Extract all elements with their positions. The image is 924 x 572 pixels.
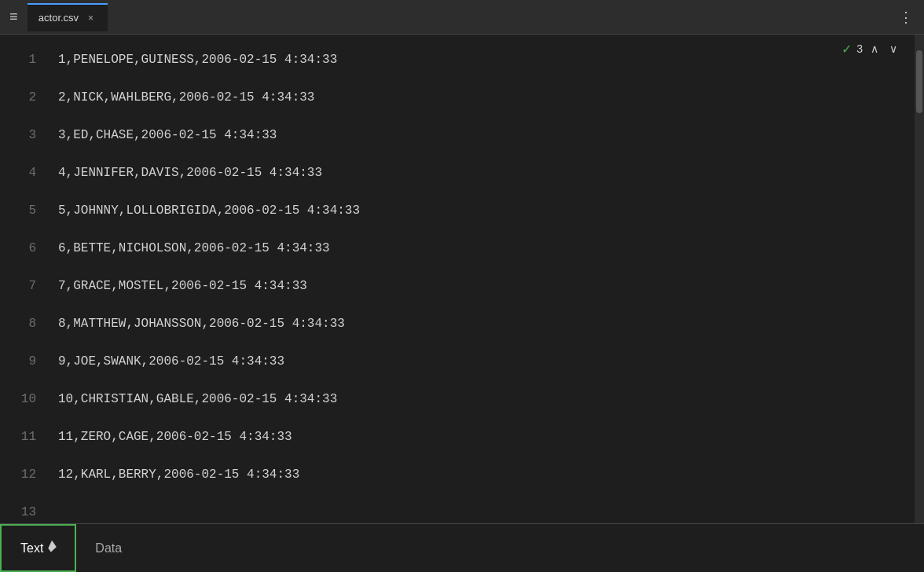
line-numbers: 12345678910111213 (0, 35, 47, 523)
line-number: 1 (0, 41, 36, 79)
line-number: 2 (0, 79, 36, 116)
code-line: 5,JOHNNY,LOLLOBRIGIDA,2006-02-15 4:34:33 (47, 192, 915, 229)
file-tab[interactable]: actor.csv × (28, 3, 108, 31)
line-number: 13 (0, 493, 36, 523)
scrollbar[interactable] (915, 35, 924, 523)
tab-area: actor.csv × (28, 3, 899, 31)
line-number: 5 (0, 192, 36, 229)
match-count: 3 (856, 42, 863, 55)
code-lines[interactable]: 1,PENELOPE,GUINESS,2006-02-15 4:34:332,N… (47, 35, 915, 523)
more-options-icon[interactable]: ⋮ (899, 9, 915, 26)
code-line: 1,PENELOPE,GUINESS,2006-02-15 4:34:33 (47, 41, 915, 79)
code-line: 4,JENNIFER,DAVIS,2006-02-15 4:34:33 (47, 154, 915, 192)
match-indicator: ✓ 3 ∧ ∨ (842, 41, 900, 57)
editor-area: 12345678910111213 1,PENELOPE,GUINESS,200… (0, 35, 924, 523)
code-line: 3,ED,CHASE,2006-02-15 4:34:33 (47, 116, 915, 154)
match-check-icon: ✓ (842, 42, 852, 57)
line-number: 10 (0, 380, 36, 418)
tab-close-button[interactable]: × (85, 11, 97, 25)
code-line: 12,KARL,BERRY,2006-02-15 4:34:33 (47, 456, 915, 493)
code-line: 8,MATTHEW,JOHANSSON,2006-02-15 4:34:33 (47, 305, 915, 343)
line-number: 11 (0, 418, 36, 456)
line-number: 3 (0, 116, 36, 154)
match-up-arrow[interactable]: ∧ (867, 41, 882, 57)
line-number: 6 (0, 229, 36, 267)
line-number: 8 (0, 305, 36, 343)
line-number: 9 (0, 343, 36, 380)
tab-filename: actor.csv (38, 12, 79, 24)
match-down-arrow[interactable]: ∨ (886, 41, 900, 57)
main-content: 12345678910111213 1,PENELOPE,GUINESS,200… (0, 35, 924, 523)
code-line: 6,BETTE,NICHOLSON,2006-02-15 4:34:33 (47, 229, 915, 267)
bottom-tab-text[interactable]: Text (0, 524, 76, 572)
line-number: 12 (0, 456, 36, 493)
line-number: 4 (0, 154, 36, 192)
bottom-tab-data[interactable]: Data (76, 524, 141, 572)
code-line: 10,CHRISTIAN,GABLE,2006-02-15 4:34:33 (47, 380, 915, 418)
code-line: 2,NICK,WAHLBERG,2006-02-15 4:34:33 (47, 79, 915, 116)
line-number: 7 (0, 267, 36, 305)
bottom-tabs: TextData (0, 523, 924, 572)
scrollbar-thumb[interactable] (916, 50, 922, 113)
title-bar: ≡ actor.csv × ⋮ (0, 0, 924, 35)
hamburger-icon[interactable]: ≡ (9, 9, 18, 25)
code-line: 7,GRACE,MOSTEL,2006-02-15 4:34:33 (47, 267, 915, 305)
code-line: 9,JOE,SWANK,2006-02-15 4:34:33 (47, 343, 915, 380)
code-line: 11,ZERO,CAGE,2006-02-15 4:34:33 (47, 418, 915, 456)
